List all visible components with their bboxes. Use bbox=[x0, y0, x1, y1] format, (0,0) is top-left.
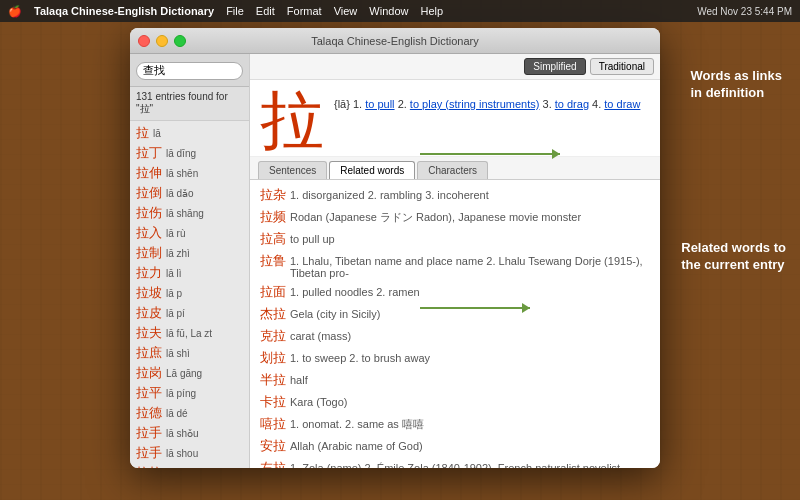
tab-bar: Sentences Related words Characters bbox=[250, 157, 660, 180]
related-text: 1. Zola (name) 2. Émile Zola (1840-1902)… bbox=[290, 462, 620, 468]
def-1-link[interactable]: to pull bbox=[365, 98, 394, 110]
def-3-link[interactable]: to drag bbox=[555, 98, 589, 110]
related-word-item[interactable]: 拉鲁1. Lhalu, Tibetan name and place name … bbox=[250, 250, 660, 281]
related-text: Gela (city in Sicily) bbox=[290, 308, 380, 320]
sidebar-pinyin: lā shǒu bbox=[166, 428, 199, 439]
entry-pinyin: {lā} bbox=[334, 98, 353, 110]
related-word-item[interactable]: 克拉carat (mass) bbox=[250, 325, 660, 347]
traditional-button[interactable]: Traditional bbox=[590, 58, 654, 75]
related-chinese: 拉面 bbox=[260, 283, 286, 301]
related-chinese: 杰拉 bbox=[260, 305, 286, 323]
related-word-item[interactable]: 左拉1. Zola (name) 2. Émile Zola (1840-190… bbox=[250, 457, 660, 468]
related-word-item[interactable]: 拉杂1. disorganized 2. rambling 3. incoher… bbox=[250, 184, 660, 206]
sidebar-item[interactable]: 拉倒lā dǎo bbox=[130, 183, 249, 203]
sidebar-item[interactable]: 拉平lā píng bbox=[130, 383, 249, 403]
sidebar-item[interactable]: 拉德lā dé bbox=[130, 403, 249, 423]
def-3-num: 3. bbox=[543, 98, 555, 110]
related-text: 1. disorganized 2. rambling 3. incoheren… bbox=[290, 189, 489, 201]
related-word-item[interactable]: 半拉half bbox=[250, 369, 660, 391]
sidebar-chinese: 拉拉 bbox=[136, 464, 162, 469]
menu-window[interactable]: Window bbox=[369, 5, 408, 17]
tab-characters[interactable]: Characters bbox=[417, 161, 488, 179]
sidebar-chinese: 拉力 bbox=[136, 264, 162, 282]
sidebar-item[interactable]: 拉庶lā shì bbox=[130, 343, 249, 363]
related-text: 1. pulled noodles 2. ramen bbox=[290, 286, 420, 298]
sidebar-item[interactable]: 拉力lā lì bbox=[130, 263, 249, 283]
search-input[interactable] bbox=[136, 62, 243, 80]
simplified-button[interactable]: Simplified bbox=[524, 58, 585, 75]
related-text: carat (mass) bbox=[290, 330, 351, 342]
def-1-num: 1. bbox=[353, 98, 365, 110]
maximize-button[interactable] bbox=[174, 35, 186, 47]
related-word-item[interactable]: 卡拉Kara (Togo) bbox=[250, 391, 660, 413]
sidebar-pinyin: lā shēn bbox=[166, 168, 198, 179]
macos-menubar: 🍎 Talaqa Chinese-English Dictionary File… bbox=[0, 0, 800, 22]
minimize-button[interactable] bbox=[156, 35, 168, 47]
related-text: 1. Lhalu, Tibetan name and place name 2.… bbox=[290, 255, 650, 279]
related-word-item[interactable]: 拉频Rodan (Japanese ラドン Radon), Japanese m… bbox=[250, 206, 660, 228]
sidebar-chinese: 拉伤 bbox=[136, 204, 162, 222]
related-chinese: 半拉 bbox=[260, 371, 286, 389]
related-text: Kara (Togo) bbox=[290, 396, 347, 408]
sidebar-chinese: 拉坡 bbox=[136, 284, 162, 302]
sidebar-item[interactable]: 拉皮lā pí bbox=[130, 303, 249, 323]
sidebar-item[interactable]: 拉夫lā fū, La zt bbox=[130, 323, 249, 343]
related-word-item[interactable]: 划拉1. to sweep 2. to brush away bbox=[250, 347, 660, 369]
menu-file[interactable]: File bbox=[226, 5, 244, 17]
sidebar-chinese: 拉入 bbox=[136, 224, 162, 242]
sidebar-pinyin: lā shāng bbox=[166, 208, 204, 219]
tab-related-words[interactable]: Related words bbox=[329, 161, 415, 179]
related-word-item[interactable]: 安拉Allah (Arabic name of God) bbox=[250, 435, 660, 457]
sidebar-chinese: 拉皮 bbox=[136, 304, 162, 322]
sidebar-chinese: 拉平 bbox=[136, 384, 162, 402]
related-chinese: 拉高 bbox=[260, 230, 286, 248]
sidebar-pinyin: lā dīng bbox=[166, 148, 196, 159]
sidebar-chinese: 拉 bbox=[136, 124, 149, 142]
arrow-words-as-links bbox=[420, 153, 560, 155]
sidebar-item[interactable]: 拉坡lā p bbox=[130, 283, 249, 303]
callout-related-words: Related words tothe current entry bbox=[681, 240, 786, 274]
tab-sentences[interactable]: Sentences bbox=[258, 161, 327, 179]
menu-view[interactable]: View bbox=[334, 5, 358, 17]
sidebar-item[interactable]: 拉伤lā shāng bbox=[130, 203, 249, 223]
def-2-num: 2. bbox=[398, 98, 410, 110]
menubar-clock: Wed Nov 23 5:44 PM bbox=[697, 6, 792, 17]
sidebar-chinese: 拉制 bbox=[136, 244, 162, 262]
menu-edit[interactable]: Edit bbox=[256, 5, 275, 17]
sidebar-item[interactable]: 拉lā bbox=[130, 123, 249, 143]
related-text: Rodan (Japanese ラドン Radon), Japanese mov… bbox=[290, 210, 581, 225]
apple-menu[interactable]: 🍎 bbox=[8, 5, 22, 18]
main-character: 拉 bbox=[260, 88, 324, 152]
sidebar-item[interactable]: 拉制lā zhì bbox=[130, 243, 249, 263]
entry-definition: {lā} 1. to pull 2. to play (string instr… bbox=[334, 88, 650, 114]
sidebar-pinyin: Lā gāng bbox=[166, 368, 202, 379]
sidebar-item[interactable]: 拉伸lā shēn bbox=[130, 163, 249, 183]
sidebar-pinyin: lā fū, La zt bbox=[166, 328, 212, 339]
sidebar-item[interactable]: 拉岗Lā gāng bbox=[130, 363, 249, 383]
related-word-item[interactable]: 拉高to pull up bbox=[250, 228, 660, 250]
close-button[interactable] bbox=[138, 35, 150, 47]
sidebar-pinyin: lā rù bbox=[166, 228, 185, 239]
related-word-item[interactable]: 拉面1. pulled noodles 2. ramen bbox=[250, 281, 660, 303]
related-word-item[interactable]: 嘻拉1. onomat. 2. same as 嘻嘻 bbox=[250, 413, 660, 435]
def-2-link[interactable]: to play (string instruments) bbox=[410, 98, 540, 110]
def-4-link[interactable]: to draw bbox=[604, 98, 640, 110]
traffic-lights bbox=[138, 35, 186, 47]
sidebar-item[interactable]: 拉手lā shou bbox=[130, 443, 249, 463]
related-text: 1. onomat. 2. same as 嘻嘻 bbox=[290, 417, 424, 432]
related-chinese: 安拉 bbox=[260, 437, 286, 455]
related-text: half bbox=[290, 374, 308, 386]
sidebar-item[interactable]: 拉丁lā dīng bbox=[130, 143, 249, 163]
sidebar-item[interactable]: 拉入lā rù bbox=[130, 223, 249, 243]
sidebar-pinyin: lā lì bbox=[166, 268, 182, 279]
app-name-menu: Talaqa Chinese-English Dictionary bbox=[34, 5, 214, 17]
sidebar-item[interactable]: 拉拉lā che bbox=[130, 463, 249, 469]
titlebar: Talaqa Chinese-English Dictionary bbox=[130, 28, 660, 54]
menu-format[interactable]: Format bbox=[287, 5, 322, 17]
sidebar-pinyin: lā dǎo bbox=[166, 188, 194, 199]
menu-help[interactable]: Help bbox=[420, 5, 443, 17]
sidebar-chinese: 拉德 bbox=[136, 404, 162, 422]
sidebar-item[interactable]: 拉手lā shǒu bbox=[130, 423, 249, 443]
sidebar-pinyin: lā bbox=[153, 128, 161, 139]
sidebar-pinyin: lā p bbox=[166, 288, 182, 299]
